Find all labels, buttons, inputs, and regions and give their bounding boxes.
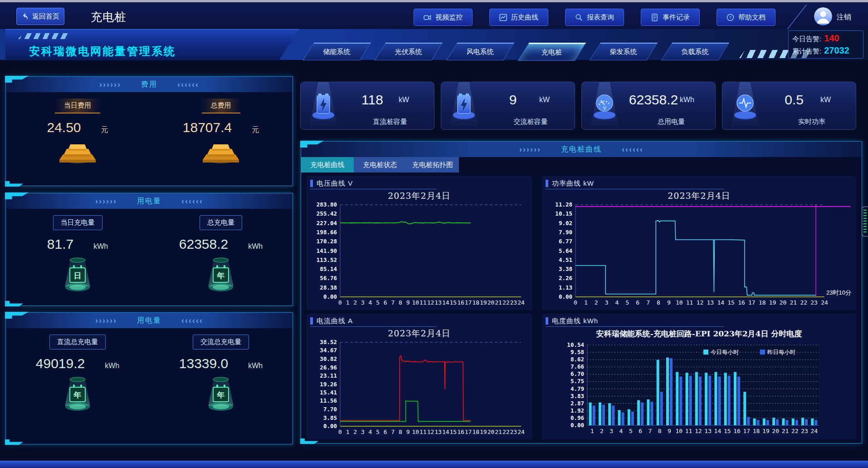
svg-text:23: 23 xyxy=(801,428,808,434)
svg-text:10: 10 xyxy=(412,299,419,306)
svg-text:?: ? xyxy=(729,15,731,20)
item-label: 直流总充电量 xyxy=(49,335,106,350)
svg-text:6: 6 xyxy=(636,299,639,306)
svg-text:113.52: 113.52 xyxy=(317,256,337,263)
svg-text:5.75: 5.75 xyxy=(571,378,584,384)
svg-text:昨日每小时: 昨日每小时 xyxy=(767,349,796,355)
back-home-button[interactable]: 返回首页 xyxy=(16,8,64,25)
tab-storage-system[interactable]: 储能系统 xyxy=(303,43,371,60)
stat-label: 总用电量 xyxy=(627,118,715,129)
report-query-button[interactable]: 报表查询 xyxy=(565,9,624,26)
chart-date: 2023年2月4日 xyxy=(546,189,853,202)
power-plot[interactable]: 0.001.132.263.384.515.646.777.909.0210.1… xyxy=(546,202,853,309)
stat-card-realtime-power: 0.5 kW 实时功率 xyxy=(722,82,856,130)
item-unit: kWh xyxy=(248,362,263,370)
tab-wind-system[interactable]: 风电系统 xyxy=(446,43,514,60)
edge-slider-widget[interactable] xyxy=(862,207,868,236)
stat-label: 交流桩容量 xyxy=(487,118,575,129)
event-record-button[interactable]: 事件记录 xyxy=(641,9,700,26)
svg-text:30.82: 30.82 xyxy=(320,355,337,362)
logout-button[interactable]: 注销 xyxy=(837,13,851,22)
help-doc-button[interactable]: ? 帮助文档 xyxy=(717,9,775,26)
hazard-stripes-left-icon xyxy=(18,33,72,39)
svg-text:12: 12 xyxy=(695,428,702,434)
svg-text:3: 3 xyxy=(605,299,609,306)
svg-text:18: 18 xyxy=(753,428,760,434)
chevrons-right-icon: ›››››› xyxy=(95,197,117,206)
power-chart: 功率曲线 kW 2023年2月4日 0.001.132.263.384.515.… xyxy=(542,176,856,310)
event-record-icon xyxy=(651,14,658,21)
stat-card-dc-capacity: 118 kW 直流桩容量 xyxy=(300,82,434,130)
tab-charging-curve[interactable]: 充电桩曲线 xyxy=(301,157,354,172)
svg-text:11.28: 11.28 xyxy=(555,202,572,208)
back-arrow-icon xyxy=(21,13,29,20)
video-monitor-button[interactable]: 视频监控 xyxy=(414,9,473,26)
history-curve-button[interactable]: 历史曲线 xyxy=(489,9,548,26)
tab-pv-system[interactable]: 光伏系统 xyxy=(375,43,443,60)
svg-text:7: 7 xyxy=(391,299,395,306)
svg-text:4.51: 4.51 xyxy=(559,256,572,263)
calendar-year-icon: 年 xyxy=(202,253,240,294)
today-alarm-label: 今日告警: xyxy=(792,35,821,44)
calendar-badge: 年 xyxy=(217,391,225,399)
tab-load-system[interactable]: 负载系统 xyxy=(661,43,729,60)
svg-text:10: 10 xyxy=(412,429,419,435)
svg-text:11: 11 xyxy=(686,299,693,306)
svg-text:8.62: 8.62 xyxy=(571,356,584,363)
cost-panel-header: ›››››› 费用 ‹‹‹‹‹‹ xyxy=(6,77,293,92)
svg-text:15: 15 xyxy=(450,299,457,306)
tab-diesel-system[interactable]: 柴发系统 xyxy=(590,43,658,60)
svg-text:1: 1 xyxy=(584,299,588,306)
svg-text:今日每小时: 今日每小时 xyxy=(711,349,739,355)
chart-title: 电压曲线 V xyxy=(317,179,353,188)
svg-text:24: 24 xyxy=(821,299,828,306)
svg-text:9: 9 xyxy=(667,299,671,306)
energy-plot[interactable]: 0.000.961.922.873.834.795.756.707.668.62… xyxy=(546,340,853,438)
svg-text:283.80: 283.80 xyxy=(317,202,337,208)
svg-text:13: 13 xyxy=(434,429,442,435)
current-plot[interactable]: 0.003.857.7011.5615.4119.2623.1126.9630.… xyxy=(310,340,528,438)
svg-text:15: 15 xyxy=(724,428,731,434)
item-unit: kWh xyxy=(248,242,263,251)
svg-text:8: 8 xyxy=(658,428,662,434)
svg-text:0.00: 0.00 xyxy=(323,293,337,300)
svg-text:11.56: 11.56 xyxy=(320,397,337,404)
svg-text:23时10分: 23时10分 xyxy=(826,289,851,296)
item-label: 当日充电量 xyxy=(53,215,102,230)
svg-text:23: 23 xyxy=(810,299,818,306)
charts-grid: 电压曲线 V 2023年2月4日 0.0028.3856.7685.14113.… xyxy=(301,172,862,443)
item-unit: kWh xyxy=(105,362,119,370)
svg-text:7: 7 xyxy=(646,299,650,306)
svg-text:2.26: 2.26 xyxy=(559,275,572,281)
svg-text:22: 22 xyxy=(791,428,799,434)
user-avatar-icon xyxy=(814,7,832,25)
title-bar-icon xyxy=(310,180,313,187)
calendar-day-icon: 日 xyxy=(59,253,97,294)
svg-text:14: 14 xyxy=(717,299,724,306)
svg-text:16: 16 xyxy=(457,429,464,435)
daily-cost-item: 当日费用 24.50 元 xyxy=(6,99,149,164)
charge-energy-panel-header: ›››››› 用电量 ‹‹‹‹‹‹ xyxy=(6,193,293,209)
svg-text:6: 6 xyxy=(384,299,387,306)
svg-text:20: 20 xyxy=(772,428,779,434)
tab-charging-topology[interactable]: 充电桩拓扑图 xyxy=(406,157,459,172)
stat-label: 直流桩容量 xyxy=(346,118,434,129)
panel-title: 用电量 xyxy=(137,316,161,325)
tab-charging-pile[interactable]: 充电桩 xyxy=(518,43,586,61)
chart-title: 功率曲线 kW xyxy=(552,179,594,188)
svg-text:198.66: 198.66 xyxy=(317,229,337,236)
svg-text:19: 19 xyxy=(480,299,487,306)
avatar[interactable] xyxy=(814,7,832,25)
voltage-plot[interactable]: 0.0028.3856.7685.14113.52141.90170.28198… xyxy=(310,202,528,309)
item-label: 总费用 xyxy=(202,99,240,113)
svg-text:19.26: 19.26 xyxy=(320,381,337,388)
svg-text:21: 21 xyxy=(790,299,797,306)
svg-text:18: 18 xyxy=(759,299,766,306)
panel-title: 费用 xyxy=(141,80,157,89)
stat-unit: kW xyxy=(539,96,575,104)
tab-charging-status[interactable]: 充电桩状态 xyxy=(354,157,406,172)
header-band: 安科瑞微电网能量管理系统 储能系统 光伏系统 风电系统 充电桩 柴发系统 负载系… xyxy=(0,29,868,60)
item-value: 62358.2 xyxy=(179,236,228,252)
svg-text:8: 8 xyxy=(657,299,660,306)
svg-text:2: 2 xyxy=(600,428,604,434)
